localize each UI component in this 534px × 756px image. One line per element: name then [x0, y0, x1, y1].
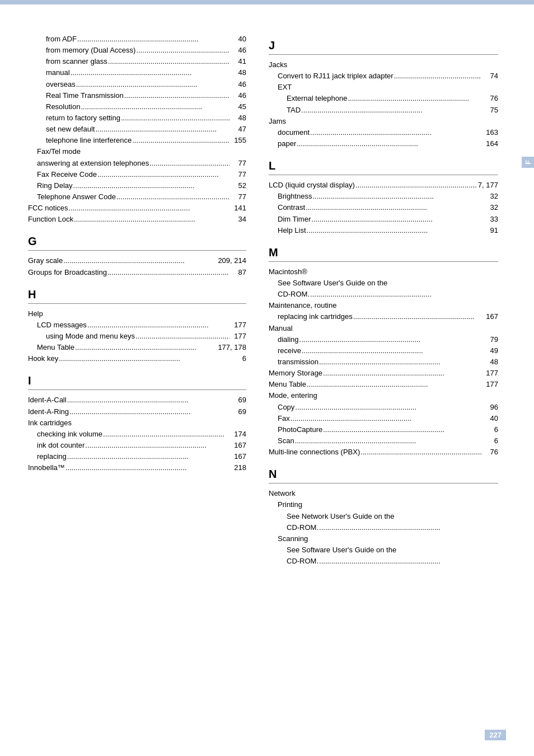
index-entry: from memory (Dual Access) ..............… — [28, 45, 246, 56]
section-divider — [269, 483, 498, 483]
entry-page: 52 — [229, 180, 246, 191]
entry-label: LCD messages — [37, 320, 87, 331]
entry-dots: ........................................… — [306, 379, 481, 390]
index-entry: Ink cartridges — [28, 417, 246, 429]
entry-label: Groups for Broadcasting — [28, 267, 107, 278]
entry-page: 77 — [229, 169, 246, 180]
entry-dots: ........................................… — [67, 451, 229, 462]
index-entry: return to factory setting ..............… — [28, 112, 246, 124]
entry-label: manual — [46, 67, 70, 78]
entry-page: 40 — [229, 34, 246, 45]
entry-page: 155 — [229, 135, 246, 146]
entry-dots: ........................................… — [299, 334, 481, 345]
entry-label: from memory (Dual Access) — [46, 45, 135, 56]
entry-dots: ........................................… — [306, 225, 481, 236]
entry-label: See Software User's Guide on the — [278, 278, 387, 289]
entry-page: 69 — [229, 406, 246, 417]
index-entry: CD-ROM. ................................… — [269, 522, 498, 533]
entry-label: TAD — [287, 105, 301, 116]
index-entry: LCD messages ...........................… — [28, 320, 246, 331]
section: G Gray scale ...........................… — [28, 235, 246, 278]
entry-page: 96 — [481, 402, 498, 413]
entry-page: 91 — [481, 225, 498, 236]
entry-label: LCD (liquid crystal display) — [269, 180, 355, 191]
entry-label: Telephone Answer Code — [37, 191, 116, 203]
entry-label: dialing — [278, 334, 299, 345]
entry-dots: ........................................… — [318, 556, 498, 567]
index-entry: Multi-line connections (PBX) ...........… — [269, 447, 498, 458]
entry-label: Dim Timer — [278, 214, 311, 225]
entry-label: Ink cartridges — [28, 417, 72, 429]
index-entry: Contrast ...............................… — [269, 202, 498, 213]
entry-dots: ........................................… — [76, 79, 229, 90]
entry-dots: ........................................… — [73, 180, 229, 191]
entry-label: Network — [269, 488, 296, 499]
index-entry: Maintenance, routine — [269, 300, 498, 311]
section-divider — [28, 250, 246, 251]
index-entry: from ADF ...............................… — [28, 34, 246, 45]
entry-dots: ........................................… — [311, 214, 481, 225]
entry-dots: ........................................… — [394, 71, 481, 82]
entry-page: 167 — [229, 440, 246, 451]
entry-dots: ........................................… — [107, 267, 229, 278]
entry-dots: ........................................… — [322, 424, 481, 435]
entry-page: 174 — [229, 429, 246, 440]
entry-dots: ........................................… — [67, 395, 229, 406]
entry-dots: ........................................… — [353, 311, 481, 322]
index-entry: Resolution .............................… — [28, 101, 246, 112]
entry-dots: ........................................… — [296, 138, 481, 149]
entry-label: Menu Table — [37, 342, 74, 353]
index-entry: replacing ink cartridges ...............… — [269, 311, 498, 322]
section: I Ident-A-Call .........................… — [28, 374, 246, 473]
entry-dots: ........................................… — [58, 353, 229, 364]
entry-page: 218 — [229, 462, 246, 473]
entry-dots: ........................................… — [85, 440, 229, 451]
entry-label: Printing — [278, 499, 302, 510]
entry-label: Contrast — [278, 202, 305, 213]
entry-label: External telephone — [287, 93, 347, 104]
index-entry: transmission ...........................… — [269, 356, 498, 368]
entry-page: 74 — [481, 71, 498, 82]
index-entry: manual .................................… — [28, 67, 246, 78]
entry-page: 49 — [481, 345, 498, 356]
entry-dots: ........................................… — [97, 169, 229, 180]
entry-label: Real Time Transmission — [46, 90, 124, 101]
section: N Network Printing See Network User's Gu… — [269, 468, 498, 567]
entry-dots: ........................................… — [73, 214, 229, 225]
index-entry: Dim Timer ..............................… — [269, 214, 498, 225]
entry-dots: ........................................… — [347, 93, 481, 104]
index-entry: answering at extension telephones ......… — [28, 158, 246, 169]
index-entry: PhotoCapture ...........................… — [269, 424, 498, 435]
section-header: L — [269, 159, 498, 172]
entry-dots: ........................................… — [312, 191, 481, 202]
entry-page: 69 — [229, 395, 246, 406]
section-header: J — [269, 39, 498, 52]
entry-page: 163 — [481, 127, 498, 138]
index-entry: Fax Receive Code .......................… — [28, 169, 246, 180]
entry-label: Menu Table — [269, 379, 306, 390]
entry-label: ink dot counter — [37, 440, 85, 451]
index-entry: Mode, entering — [269, 390, 498, 401]
entry-dots: ........................................… — [69, 406, 229, 417]
entry-dots: ........................................… — [301, 105, 481, 116]
section: L LCD (liquid crystal display) .........… — [269, 159, 498, 236]
index-entry: Brightness .............................… — [269, 191, 498, 202]
index-entry: Memory Storage .........................… — [269, 368, 498, 379]
entry-dots: ........................................… — [310, 127, 481, 138]
entry-dots: ........................................… — [290, 413, 481, 424]
entry-page: 177 — [481, 368, 498, 379]
entry-label: Resolution — [46, 101, 80, 112]
index-entry: Scan ...................................… — [269, 435, 498, 447]
entry-dots: ........................................… — [355, 180, 478, 191]
entry-label: Ident-A-Call — [28, 395, 67, 406]
entry-label: Scan — [278, 435, 294, 447]
entry-dots: ........................................… — [318, 522, 498, 533]
entry-label: PhotoCapture — [278, 424, 322, 435]
entry-label: transmission — [278, 356, 318, 368]
entry-page: 32 — [481, 191, 498, 202]
entry-label: Help List — [278, 225, 306, 236]
index-entry: ink dot counter ........................… — [28, 440, 246, 451]
section-divider — [28, 303, 246, 304]
entry-label: See Software User's Guide on the — [287, 544, 396, 556]
entry-label: from scanner glass — [46, 56, 107, 67]
